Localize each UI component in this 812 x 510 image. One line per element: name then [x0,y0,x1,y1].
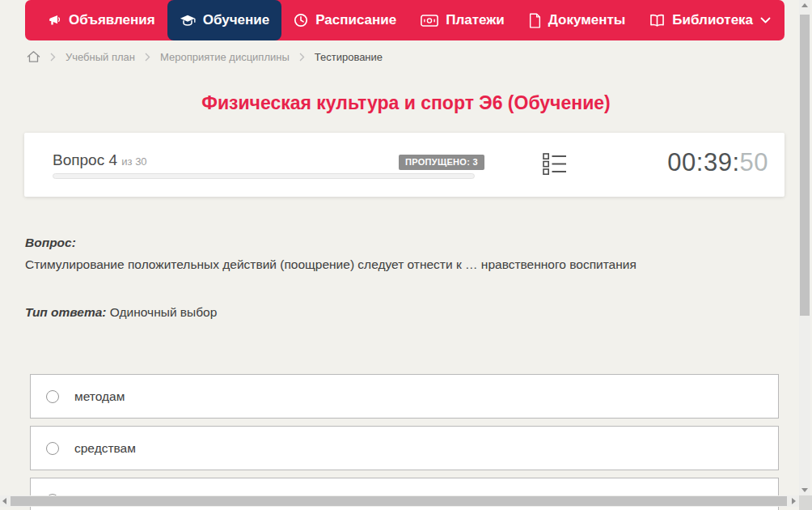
clock-icon [294,13,308,28]
question-number: Вопрос 4 из 30 [53,151,147,169]
answer-option-2[interactable]: средствам [30,426,779,470]
scroll-right-arrow-icon[interactable] [792,498,796,504]
chevron-right-icon [299,53,305,62]
timer-hours-minutes: 00:39: [667,148,739,176]
nav-item-label: Документы [548,12,626,28]
graduation-cap-icon [180,14,196,28]
question-label: Вопрос: [25,236,753,250]
question-header-card: Вопрос 4 из 30 ПРОПУЩЕНО: 3 00:39:50 [24,133,785,197]
nav-item-education[interactable]: Обучение [167,0,281,40]
book-icon [649,14,665,28]
answer-options: методам средствам целям [30,374,779,510]
answer-type-label: Тип ответа: [25,305,107,319]
nav-item-payments[interactable]: Платежи [408,0,517,40]
page-title: Физическая культура и спорт Э6 (Обучение… [0,92,812,114]
document-icon [529,13,541,28]
question-section: Вопрос: Стимулирование положительных дей… [25,236,753,272]
skipped-badge: ПРОПУЩЕНО: 3 [399,155,484,170]
nav-item-announcements[interactable]: Объявления [35,0,167,40]
question-number-label: Вопрос 4 [53,151,117,168]
answer-option-label: методам [74,389,125,404]
chevron-down-icon [760,17,771,24]
nav-item-label: Расписание [315,12,396,28]
chevron-right-icon [145,53,150,62]
nav-item-label: Объявления [69,12,155,28]
chevron-right-icon [50,53,56,62]
nav-item-schedule[interactable]: Расписание [281,0,408,40]
timer: 00:39:50 [667,148,768,177]
answer-type: Тип ответа: Одиночный выбор [25,305,217,320]
nav-item-documents[interactable]: Документы [517,0,638,40]
nav-item-label: Платежи [446,12,505,28]
main-navbar: Объявления Обучение Расписание Платежи Д… [25,0,785,40]
megaphone-icon [47,13,61,28]
scroll-left-arrow-icon[interactable] [2,498,6,504]
breadcrumb-item-study-plan[interactable]: Учебный план [66,51,135,63]
banknote-icon [421,15,438,27]
scroll-down-arrow-icon[interactable] [801,488,808,492]
question-total-label: из 30 [121,155,146,168]
question-list-button[interactable] [543,153,567,179]
nav-item-label: Библиотека [672,12,753,28]
breadcrumb: Учебный план Мероприятие дисциплины Тест… [27,50,383,63]
horizontal-scrollbar-thumb[interactable] [11,496,787,506]
breadcrumb-item-discipline-event[interactable]: Мероприятие дисциплины [160,51,290,63]
answer-option-label: средствам [74,441,136,456]
home-icon[interactable] [27,50,40,63]
vertical-scrollbar[interactable] [799,0,810,495]
vertical-scrollbar-thumb[interactable] [800,15,810,316]
timer-seconds: 50 [740,148,768,176]
horizontal-scrollbar[interactable] [0,495,799,507]
progress-bar [53,173,475,179]
radio-button[interactable] [46,390,59,403]
breadcrumb-item-testing: Тестирование [315,51,383,63]
scrollbar-corner [799,495,812,510]
answer-type-value: Одиночный выбор [110,305,218,319]
question-text: Стимулирование положительных действий (п… [25,257,753,272]
scroll-up-arrow-icon[interactable] [801,3,808,7]
answer-option-1[interactable]: методам [30,374,779,419]
question-list-icon [543,164,567,178]
radio-button[interactable] [46,442,59,455]
nav-item-label: Обучение [203,12,269,28]
nav-item-library[interactable]: Библиотека [637,0,783,40]
